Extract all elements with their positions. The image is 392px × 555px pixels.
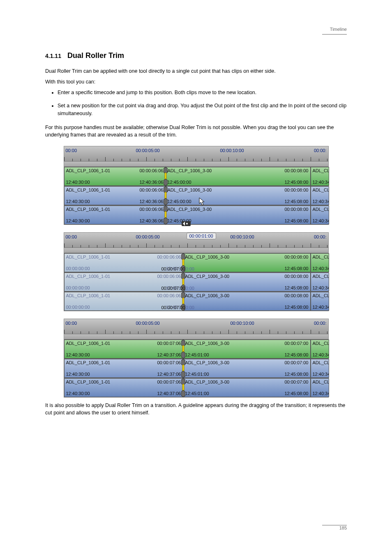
dual-roller-handle[interactable] bbox=[164, 167, 168, 186]
paragraph-handles: For this purpose handles must be availab… bbox=[45, 124, 347, 139]
timeline-track[interactable]: ADL_CLP_1006_1-0100:00:06:0612:40:30:001… bbox=[64, 186, 328, 205]
timeline-panel-after: 00:00 00:00:05:00 00:00:10:00 00:00: ADL… bbox=[64, 319, 329, 398]
clip-in-tc: 12:40:34: bbox=[313, 199, 329, 204]
clip-name: ADL_CLI bbox=[313, 254, 329, 259]
clip-name: ADL_CLP_1006_1-01 bbox=[66, 360, 111, 365]
clip-in-tc: 12:40:30:00 bbox=[66, 391, 90, 396]
clip-out-tc: 12:45:08:00 bbox=[284, 391, 308, 396]
timeline-clip[interactable]: ADL_CLI12:40:34: bbox=[311, 273, 329, 291]
timeline-clip[interactable]: ADL_CLI12:40:34: bbox=[311, 340, 329, 358]
page-header: Timeline bbox=[330, 27, 347, 32]
header-rule bbox=[322, 34, 347, 35]
clip-duration: 00:00:06:06 bbox=[157, 293, 181, 298]
clip-out-tc: 12:40:37:06 bbox=[157, 352, 181, 357]
svg-point-4 bbox=[186, 223, 188, 224]
dual-roller-handle[interactable] bbox=[164, 206, 168, 224]
timeline-clip[interactable]: ADL_CLP_1006_1-0100:00:06:0612:40:30:001… bbox=[64, 167, 166, 186]
section-heading: 4.1.11 Dual Roller Trim bbox=[45, 51, 347, 60]
clip-in-tc: 12:40:34: bbox=[313, 352, 329, 357]
timeline-clip[interactable]: ADL_CLP_1006_1-0100:00:06:0612:40:30:001… bbox=[64, 186, 166, 205]
overlay-mid-tc: 00:00:07:00 bbox=[161, 305, 185, 310]
timeline-clip[interactable]: ADL_CLI12:40:34: bbox=[311, 186, 329, 205]
timeline-track[interactable]: ADL_CLP_1006_1-0100:00:06:0600:00:00:001… bbox=[64, 272, 328, 291]
timeline-clip[interactable]: ADL_CLP_1006_1-0100:00:07:0612:40:30:001… bbox=[64, 359, 183, 378]
overlay-mid-tc: 00:00:07:00 bbox=[161, 286, 185, 291]
timeline-clip[interactable]: ADL_CLP_1006_1-0100:00:07:0612:40:30:001… bbox=[64, 378, 183, 397]
section-title: Dual Roller Trim bbox=[67, 51, 124, 60]
page-number: 185 bbox=[339, 525, 347, 530]
dual-roller-handle[interactable] bbox=[181, 340, 185, 358]
clip-in-tc: 12:40:34: bbox=[313, 266, 329, 271]
timeline-track[interactable]: ADL_CLP_1006_1-0100:00:06:0600:00:00:001… bbox=[64, 253, 328, 272]
timeline-clip[interactable]: ADL_CLP_1006_3-0000:00:07:0012:45:01:001… bbox=[183, 378, 311, 397]
timeline-clip[interactable]: ADL_CLP_1006_3-0000:00:07:0012:45:01:001… bbox=[183, 359, 311, 378]
ruler-label: 00:00:05:00 bbox=[136, 148, 160, 153]
timeline-ruler[interactable]: 00:00 00:00:05:00 00:00:10:00 00:00: bbox=[64, 146, 328, 162]
timeline-track[interactable]: ADL_CLP_1006_1-0100:00:07:0612:40:30:001… bbox=[64, 378, 328, 397]
timeline-track[interactable]: ADL_CLP_1006_1-0100:00:06:0600:00:00:001… bbox=[64, 291, 328, 311]
timeline-clip[interactable]: ADL_CLI12:40:34: bbox=[311, 206, 329, 224]
timeline-clip[interactable]: ADL_CLP_1006_3-0000:00:08:0012:45:08:00 bbox=[183, 292, 311, 311]
clip-out-tc: 12:40:36:06 bbox=[139, 180, 163, 185]
clip-out-tc: 12:45:08:00 bbox=[284, 285, 308, 290]
ruler-label: 00:00 bbox=[66, 148, 77, 153]
clip-name: ADL_CLP_1006_3-00 bbox=[185, 341, 230, 346]
timeline-clip[interactable]: ADL_CLP_1006_3-0000:00:07:0012:45:01:001… bbox=[183, 340, 311, 358]
clip-in-tc: 12:40:34: bbox=[313, 218, 329, 223]
clip-in-tc: 12:45:01:00 bbox=[185, 352, 209, 357]
clip-duration: 00:00:07:06 bbox=[157, 379, 181, 384]
clip-duration: 00:00:08:00 bbox=[284, 168, 308, 173]
clip-name: ADL_CLI bbox=[313, 360, 329, 365]
timeline-ruler[interactable]: 00:00 00:00:05:00 00:00:10:00 00:00: bbox=[64, 319, 328, 334]
clip-out-tc: 12:45:08:00 bbox=[284, 218, 308, 223]
feature-item-1: Enter a specific timecode and jump to th… bbox=[58, 89, 347, 96]
timeline-clip[interactable]: ADL_CLP_1006_3-0000:00:08:0012:45:08:00 bbox=[183, 253, 311, 272]
clip-duration: 00:00:06:06 bbox=[139, 168, 163, 173]
clip-out-tc: 12:45:08:00 bbox=[284, 199, 308, 204]
timeline-clip[interactable]: ADL_CLP_1006_1-0100:00:06:0612:40:30:001… bbox=[64, 206, 166, 224]
dual-roller-handle[interactable] bbox=[164, 186, 168, 205]
timeline-clip[interactable]: ADL_CLP_1006_3-0000:00:08:0012:45:00:001… bbox=[166, 167, 311, 186]
clip-in-tc: 12:45:01:00 bbox=[185, 372, 209, 377]
clip-name: ADL_CLP_1006_3-00 bbox=[185, 360, 230, 365]
timeline-ruler[interactable]: 00:00 00:00:05:00 00:00:10:00 00:00: 00:… bbox=[64, 233, 328, 248]
timeline-track[interactable]: ADL_CLP_1006_1-0100:00:07:0612:40:30:001… bbox=[64, 339, 328, 358]
clip-name: ADL_CLP_1006_3-00 bbox=[168, 207, 212, 212]
clip-out-tc: 12:40:37:06 bbox=[157, 372, 181, 377]
clip-out-tc: 12:40:36:06 bbox=[139, 218, 163, 223]
timeline-clip[interactable]: ADL_CLI12:40:34: bbox=[311, 167, 329, 186]
clip-in-tc: 12:40:34: bbox=[313, 285, 329, 290]
timeline-clip[interactable]: ADL_CLI12:40:34: bbox=[311, 378, 329, 397]
clip-in-tc: 12:40:34: bbox=[313, 305, 329, 310]
clip-name: ADL_CLP_1006_1-01 bbox=[66, 254, 111, 259]
timeline-track[interactable]: ADL_CLP_1006_1-0100:00:07:0612:40:30:001… bbox=[64, 358, 328, 378]
timeline-clip[interactable]: ADL_CLI12:40:34: bbox=[311, 359, 329, 378]
clip-name: ADL_CLP_1006_3-00 bbox=[185, 254, 230, 259]
timeline-clip[interactable]: ADL_CLP_1006_1-0100:00:07:0612:40:30:001… bbox=[64, 340, 183, 358]
timeline-clip[interactable]: ADL_CLP_1006_3-0000:00:08:0012:45:08:00 bbox=[183, 273, 311, 291]
timeline-clip[interactable]: ADL_CLI12:40:34: bbox=[311, 292, 329, 311]
timeline-gap bbox=[64, 248, 328, 253]
clip-in-tc: 12:40:30:00 bbox=[66, 180, 90, 185]
ruler-label: 00:00: bbox=[314, 234, 327, 239]
dual-roller-handle[interactable] bbox=[181, 378, 185, 397]
intro-paragraph-1: Dual Roller Trim can be applied with one… bbox=[45, 67, 347, 75]
clip-in-tc: 12:40:30:00 bbox=[66, 372, 90, 377]
dual-roller-handle[interactable] bbox=[181, 359, 185, 378]
clip-in-tc: 12:40:30:00 bbox=[66, 199, 90, 204]
clip-name: ADL_CLP_1006_1-01 bbox=[66, 293, 111, 298]
clip-duration: 00:00:08:00 bbox=[284, 254, 308, 259]
timeline-clip[interactable]: ADL_CLI12:40:34: bbox=[311, 253, 329, 272]
clip-duration: 00:00:06:06 bbox=[139, 187, 163, 192]
timeline-track[interactable]: ADL_CLP_1006_1-0100:00:06:0612:40:30:001… bbox=[64, 205, 328, 224]
ruler-label: 00:00: bbox=[314, 321, 327, 326]
timeline-clip[interactable]: ADL_CLP_1006_3-0000:00:08:0012:45:00:001… bbox=[166, 186, 311, 205]
ruler-label: 00:00: bbox=[314, 148, 327, 153]
clip-name: ADL_CLI bbox=[313, 341, 329, 346]
clip-name: ADL_CLI bbox=[313, 293, 329, 298]
clip-name: ADL_CLP_1006_1-01 bbox=[66, 207, 111, 212]
ruler-label: 00:00:05:00 bbox=[136, 321, 160, 326]
feature-list: Enter a specific timecode and jump to th… bbox=[58, 89, 347, 117]
timeline-track[interactable]: ADL_CLP_1006_1-0100:00:06:0612:40:30:001… bbox=[64, 166, 328, 186]
ruler-label: 00:00:10:00 bbox=[231, 321, 254, 326]
